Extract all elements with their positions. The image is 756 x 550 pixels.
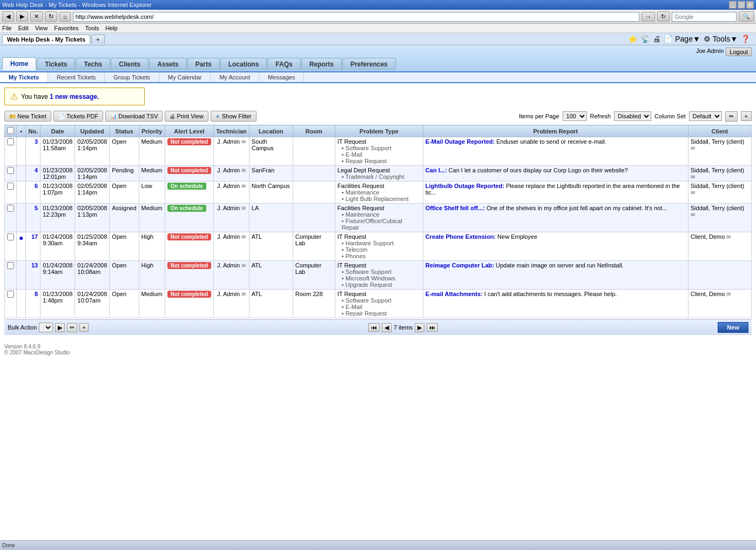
refresh-page-btn[interactable]: ↻ bbox=[657, 11, 670, 22]
col-updated[interactable]: Updated bbox=[75, 125, 110, 137]
close-btn[interactable]: ✕ bbox=[746, 1, 754, 9]
row-checkbox[interactable] bbox=[7, 138, 14, 145]
menu-help[interactable]: Help bbox=[105, 25, 118, 31]
new-bottom-button[interactable]: New bbox=[718, 322, 748, 333]
mail-icon[interactable]: ✉ bbox=[241, 234, 246, 240]
row-checkbox[interactable] bbox=[7, 167, 14, 174]
nav-tab-tickets[interactable]: Tickets bbox=[37, 58, 75, 70]
mail-icon[interactable]: ✉ bbox=[241, 183, 246, 189]
nav-tab-reports[interactable]: Reports bbox=[301, 58, 342, 70]
ie-feeds-btn[interactable]: 📡 bbox=[639, 34, 651, 44]
nav-tab-preferences[interactable]: Preferences bbox=[342, 58, 396, 70]
download-tsv-button[interactable]: Download TSV bbox=[105, 111, 163, 122]
mail-icon[interactable]: ✉ bbox=[241, 205, 246, 211]
row-checkbox[interactable] bbox=[7, 262, 14, 269]
prev-page-btn[interactable]: ◀ bbox=[382, 323, 392, 332]
add-column-btn[interactable]: + bbox=[741, 111, 752, 121]
back-btn[interactable]: ◀ bbox=[2, 11, 14, 22]
col-priority[interactable]: Priority bbox=[139, 125, 165, 137]
row-checkbox[interactable] bbox=[7, 233, 14, 240]
col-problem-report[interactable]: Problem Report bbox=[423, 125, 688, 137]
bulk-run-btn[interactable]: ▶ bbox=[55, 323, 65, 332]
ie-print-btn[interactable]: 🖨 bbox=[651, 34, 662, 44]
col-no[interactable]: No. bbox=[26, 125, 40, 137]
items-per-page-select[interactable]: 100 25 50 bbox=[563, 111, 587, 121]
ticket-number[interactable]: 5 bbox=[26, 204, 40, 232]
nav-tab-techs[interactable]: Techs bbox=[76, 58, 110, 70]
sub-tab-my-calendar[interactable]: My Calendar bbox=[159, 72, 211, 82]
ie-tools-btn[interactable]: ⚙ Tools▼ bbox=[702, 34, 739, 44]
col-status[interactable]: Status bbox=[110, 125, 139, 137]
bulk-edit-btn[interactable]: ✏ bbox=[67, 323, 77, 332]
report-title-link[interactable]: Create Phone Extension: bbox=[426, 233, 496, 240]
col-location[interactable]: Location bbox=[249, 125, 293, 137]
col-problem-type[interactable]: Problem Type bbox=[335, 125, 423, 137]
col-room[interactable]: Room bbox=[293, 125, 335, 137]
sub-tab-group-tickets[interactable]: Group Tickets bbox=[105, 72, 159, 82]
select-all-checkbox[interactable] bbox=[7, 127, 14, 134]
sub-tab-messages[interactable]: Messages bbox=[259, 72, 304, 82]
ticket-number[interactable]: 17 bbox=[26, 232, 40, 261]
browser-search[interactable] bbox=[672, 12, 737, 22]
menu-edit[interactable]: Edit bbox=[18, 25, 29, 31]
report-title-link[interactable]: Lightbulb Outage Reported: bbox=[426, 183, 504, 189]
menu-view[interactable]: View bbox=[35, 25, 48, 31]
show-filter-button[interactable]: Show Filter bbox=[211, 111, 256, 122]
sub-tab-my-account[interactable]: My Account bbox=[211, 72, 259, 82]
mail-icon[interactable]: ✉ bbox=[241, 167, 246, 173]
ticket-number[interactable]: 4 bbox=[26, 166, 40, 182]
col-date[interactable]: Date bbox=[40, 125, 75, 137]
home-nav-btn[interactable]: ⌂ bbox=[59, 12, 71, 22]
report-title-link[interactable]: E-mail Attachments: bbox=[426, 291, 483, 297]
client-mail-icon[interactable]: ✉ bbox=[691, 174, 695, 180]
col-alert-level[interactable]: Alert Level bbox=[165, 125, 213, 137]
ticket-number[interactable]: 8 bbox=[26, 290, 40, 318]
nav-tab-clients[interactable]: Clients bbox=[111, 58, 148, 70]
bulk-add-btn[interactable]: + bbox=[79, 323, 88, 332]
search-btn[interactable]: 🔍 bbox=[739, 11, 754, 22]
message-link[interactable]: 1 new message. bbox=[50, 93, 99, 100]
report-title-link[interactable]: Reimage Computer Lab: bbox=[426, 262, 494, 269]
report-title-link[interactable]: E-Mail Outage Reported: bbox=[426, 138, 495, 145]
column-set-select[interactable]: Default bbox=[689, 111, 722, 121]
nav-tab-locations[interactable]: Locations bbox=[220, 58, 267, 70]
ie-tab-active[interactable]: Web Help Desk - My Tickets bbox=[2, 35, 90, 44]
ie-page-btn[interactable]: 📄 Page▼ bbox=[662, 34, 701, 44]
ie-help-icon[interactable]: ❓ bbox=[739, 34, 752, 44]
row-checkbox[interactable] bbox=[7, 205, 14, 212]
client-mail-icon[interactable]: ✉ bbox=[726, 291, 731, 297]
edit-columns-btn[interactable]: ✏ bbox=[725, 111, 738, 122]
refresh-nav-btn[interactable]: ↻ bbox=[45, 11, 57, 22]
mail-icon[interactable]: ✉ bbox=[241, 139, 246, 145]
next-page-btn[interactable]: ▶ bbox=[415, 323, 424, 332]
new-ticket-button[interactable]: New Ticket bbox=[4, 111, 51, 122]
maximize-btn[interactable]: □ bbox=[738, 1, 745, 9]
nav-tab-home[interactable]: Home bbox=[2, 57, 36, 70]
row-checkbox[interactable] bbox=[7, 291, 14, 298]
browser-window-controls[interactable]: _ □ ✕ bbox=[729, 1, 754, 9]
mail-icon[interactable]: ✉ bbox=[241, 263, 246, 269]
col-technician[interactable]: Technician bbox=[214, 125, 249, 137]
sub-tab-my-tickets[interactable]: My Tickets bbox=[0, 72, 48, 82]
nav-tab-assets[interactable]: Assets bbox=[149, 58, 186, 70]
report-title-link[interactable]: Office Shelf fell off...: bbox=[426, 205, 485, 211]
menu-tools[interactable]: Tools bbox=[85, 25, 99, 31]
bulk-action-select[interactable] bbox=[39, 323, 53, 332]
ie-fav-btn[interactable]: ⭐ bbox=[626, 34, 639, 44]
refresh-select[interactable]: Disabled 30s 60s bbox=[614, 111, 651, 121]
col-client[interactable]: Client bbox=[688, 125, 751, 137]
report-title-link[interactable]: Can I...: bbox=[426, 167, 447, 173]
ticket-number[interactable]: 6 bbox=[26, 182, 40, 204]
ticket-number[interactable]: 13 bbox=[26, 261, 40, 290]
last-page-btn[interactable]: ⏭ bbox=[427, 323, 438, 332]
address-bar[interactable] bbox=[73, 12, 639, 22]
nav-tab-parts[interactable]: Parts bbox=[187, 58, 220, 70]
menu-file[interactable]: File bbox=[2, 25, 12, 31]
ticket-number[interactable]: 3 bbox=[26, 137, 40, 166]
go-btn[interactable]: → bbox=[642, 12, 655, 22]
mail-icon[interactable]: ✉ bbox=[241, 291, 246, 297]
client-mail-icon[interactable]: ✉ bbox=[691, 145, 695, 151]
sub-tab-recent-tickets[interactable]: Recent Tickets bbox=[48, 72, 105, 82]
tickets-pdf-button[interactable]: Tickets PDF bbox=[53, 111, 104, 122]
minimize-btn[interactable]: _ bbox=[729, 1, 737, 9]
